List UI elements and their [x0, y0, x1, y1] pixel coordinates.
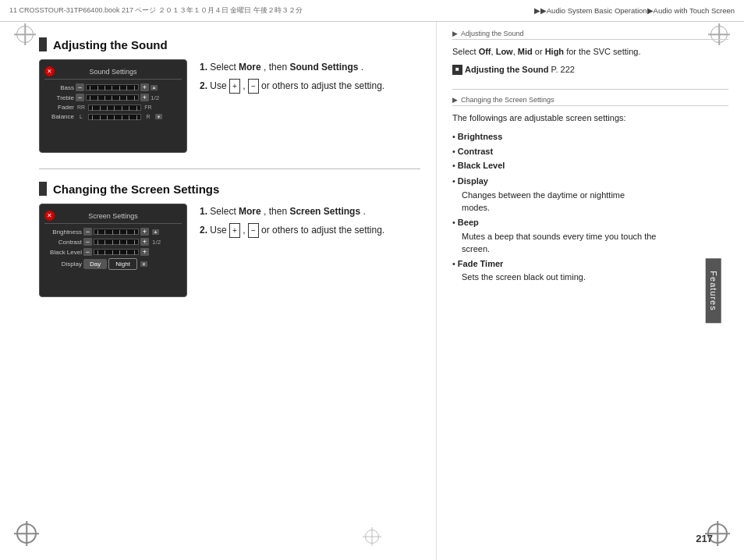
top-header: 11 CROSSTOUR-31TP66400.book 217 ページ ２０１３…	[0, 0, 744, 22]
section1-step2: 2. Use + , − or others to adjust the set…	[200, 78, 420, 94]
right-section2-header: ▶ Changing the Screen Settings	[452, 96, 728, 106]
right-section1-content: Select Off, Low, Mid or High for the SVC…	[452, 44, 728, 76]
screen-row-blacklevel: Black Level −	[44, 248, 182, 256]
svc-text: Select Off, Low, Mid or High for the SVC…	[452, 44, 728, 59]
screen-row-contrast: Contrast −	[44, 238, 182, 246]
section2-instructions: 1. Select More , then Screen Settings . …	[200, 204, 420, 297]
step2-num: 2.	[200, 80, 207, 91]
brightness-minus[interactable]: −	[83, 228, 92, 236]
blacklevel-plus[interactable]: +	[140, 248, 149, 256]
ref-text: Adjusting the Sound	[465, 62, 549, 77]
device2-close-icon: ✕	[44, 211, 55, 221]
right-divider	[452, 89, 728, 90]
beep-item: Beep	[458, 215, 479, 230]
step1-then: , then	[264, 62, 289, 73]
fader-bar	[88, 105, 141, 111]
corner-tl	[14, 23, 36, 45]
fader-label: Fader	[44, 104, 74, 111]
corner-bl	[14, 521, 39, 546]
section-adjusting-sound: Adjusting the Sound ✕ Sound Settings	[39, 37, 420, 153]
step1-num: 1.	[200, 62, 207, 73]
section2-body: ✕ Screen Settings Brightness −	[39, 204, 420, 297]
step2-text-pre: Use	[210, 80, 229, 91]
page-number: 217	[696, 533, 713, 544]
bass-minus[interactable]: −	[76, 83, 84, 91]
night-button[interactable]: Night	[108, 258, 137, 270]
right-section2-title: Changing the Screen Settings	[461, 96, 554, 104]
right-section1-title: Adjusting the Sound	[461, 30, 524, 37]
display-label: Display	[44, 261, 82, 268]
bullet-brightness: • Brightness	[452, 129, 728, 144]
bass-label: Bass	[44, 84, 74, 91]
section2-device-wrapper: ✕ Screen Settings Brightness −	[39, 204, 187, 297]
corner-bm	[363, 527, 381, 546]
step1-num2: 1.	[200, 206, 207, 217]
section2-bar	[39, 182, 47, 196]
s2step1-pre: Select	[210, 206, 239, 217]
s2step1-period: .	[363, 206, 365, 217]
balance-l: L	[76, 114, 87, 119]
ref-icon: ■	[452, 65, 462, 75]
device-close-icon: ✕	[44, 66, 55, 76]
contrast-minus[interactable]: −	[83, 238, 92, 246]
brightness-label: Brightness	[44, 229, 82, 236]
file-info: 11 CROSSTOUR-31TP66400.book 217 ページ ２０１３…	[9, 5, 303, 16]
right-column: ▶ Adjusting the Sound Select Off, Low, M…	[437, 22, 744, 560]
plus-symbol2: +	[229, 223, 240, 238]
treble-plus[interactable]: +	[140, 94, 149, 101]
s2step2-end: or others to adjust the setting.	[261, 225, 384, 236]
beep-desc: Mutes a beep that sounds every time you …	[452, 230, 728, 256]
section1-device-title: Sound Settings	[55, 68, 172, 76]
right-section1-arrow: ▶	[452, 30, 458, 37]
fade-timer-item: Fade Timer	[458, 257, 504, 271]
section-screen-settings: Changing the Screen Settings ✕ Screen Se…	[39, 182, 420, 297]
s2step1-more: More	[239, 206, 261, 217]
left-column: Adjusting the Sound ✕ Sound Settings	[0, 22, 437, 560]
bullet-black-level: • Black Level	[452, 158, 728, 173]
right-section2-content: The followings are adjustable screen set…	[452, 111, 728, 283]
blacklevel-label: Black Level	[44, 249, 82, 256]
treble-bar	[86, 94, 139, 101]
brightness-item: Brightness	[458, 129, 502, 144]
section1-body: ✕ Sound Settings Bass −	[39, 59, 420, 153]
display-down[interactable]: ▼	[140, 261, 147, 267]
brightness-plus[interactable]: +	[140, 228, 149, 236]
brightness-bar	[94, 229, 139, 235]
bass-plus[interactable]: +	[140, 83, 149, 91]
section-divider	[39, 168, 420, 169]
day-button[interactable]: Day	[83, 259, 107, 269]
fader-fr: FR	[143, 105, 154, 110]
ref-adjusting-sound[interactable]: ■ Adjusting the Sound P. 222	[452, 62, 728, 77]
balance-down[interactable]: ▼	[155, 114, 162, 119]
minus-symbol2: −	[248, 223, 259, 238]
black-level-item: Black Level	[458, 158, 505, 173]
features-tab: Features	[705, 258, 721, 323]
s2step2-comma: ,	[243, 225, 248, 236]
minus-symbol: −	[248, 79, 259, 94]
brightness-scroll: ▲	[152, 229, 159, 235]
right-section2-arrow: ▶	[452, 96, 458, 104]
main-content: Adjusting the Sound ✕ Sound Settings	[0, 22, 744, 560]
bullet-beep: • Beep	[452, 215, 728, 230]
blacklevel-minus[interactable]: −	[83, 248, 92, 256]
display-item: Display	[458, 174, 488, 189]
fade-timer-desc: Sets the screen black out timing.	[452, 271, 728, 284]
contrast-item: Contrast	[458, 144, 493, 159]
sound-row-fader: Fader RR	[44, 104, 182, 111]
contrast-plus[interactable]: +	[140, 238, 149, 246]
fader-rr: RR	[76, 105, 87, 110]
bullet-display: • Display	[452, 174, 728, 189]
sound-row-balance: Balance L	[44, 113, 182, 120]
step2-comma: ,	[243, 80, 248, 91]
step1-more: More	[239, 62, 261, 73]
s2step2-pre: Use	[210, 225, 229, 236]
treble-minus[interactable]: −	[76, 94, 84, 101]
page-indicator-1: 1/2	[151, 94, 159, 101]
section1-device-screen: ✕ Sound Settings Bass −	[39, 59, 187, 153]
section2-step1: 1. Select More , then Screen Settings .	[200, 204, 420, 219]
section1-bar	[39, 37, 47, 51]
step1-sound-settings: Sound Settings	[289, 62, 358, 73]
section1-instructions: 1. Select More , then Sound Settings . 2…	[200, 59, 420, 153]
bass-bar	[86, 84, 139, 90]
section2-title: Changing the Screen Settings	[53, 183, 219, 196]
